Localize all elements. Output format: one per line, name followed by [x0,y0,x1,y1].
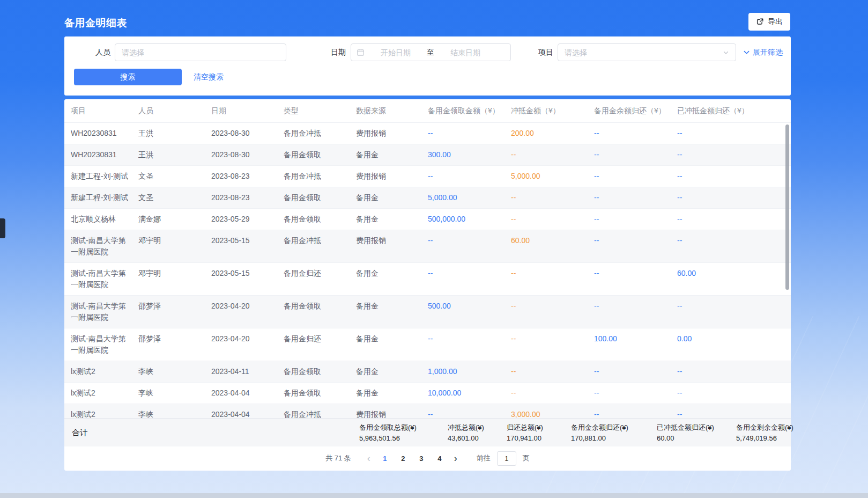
table-row[interactable]: WH20230831 王洪 2023-08-30 备用金冲抵 费用报销 -- 2… [64,123,791,144]
pagination: 共 71 条 ‹ 1234 › 前往 页 [64,446,791,470]
cell-project: lx测试2 [64,383,138,404]
start-date-input[interactable] [367,48,425,57]
column-header-received: 备用金领取金额（¥） [428,106,511,116]
table-row[interactable]: 测试-南昌大学第一附属医院 邵梦泽 2023-04-20 备用金领取 备用金 5… [64,296,791,328]
cell-date: 2023-08-30 [211,144,284,165]
page-number-button[interactable]: 1 [378,452,392,465]
cell-source: 备用金 [356,383,428,404]
cell-project: 测试-南昌大学第一附属医院 [64,296,138,328]
cell-source: 费用报销 [356,123,428,144]
column-header-offset: 冲抵金额（¥） [511,106,594,116]
cell-person: 邵梦泽 [138,328,211,361]
cell-source: 费用报销 [356,166,428,187]
cell-amount-received: -- [428,230,511,262]
cell-type: 备用金领取 [284,296,356,328]
expand-filter-link[interactable]: 展开筛选 [743,43,783,61]
project-select-input[interactable] [565,48,723,57]
cell-offset-returned: -- [677,296,791,328]
cell-person: 满金娜 [138,209,211,230]
cell-person: 王洪 [138,144,211,165]
cell-source: 备用金 [356,328,428,361]
cell-balance-returned: -- [594,209,677,230]
expand-filter-label: 展开筛选 [753,48,783,57]
cell-project: 测试-南昌大学第一附属医院 [64,263,138,295]
person-select[interactable] [115,43,286,61]
cell-date: 2023-04-20 [211,296,284,328]
cell-amount-received: 10,000.00 [428,383,511,404]
cell-offset-returned: 0.00 [677,328,791,361]
cell-person: 文圣 [138,166,211,187]
date-filter-label: 日期 [331,43,346,61]
chevron-down-icon [743,49,750,56]
project-select[interactable] [558,43,736,61]
export-button-label: 导出 [768,17,783,27]
cell-offset-returned: -- [677,383,791,404]
summary-item-value: 170,941.00 [507,434,571,442]
cell-type: 备用金冲抵 [284,166,356,187]
table-row[interactable]: 北京顺义杨林 满金娜 2023-05-29 备用金领取 备用金 500,000.… [64,209,791,230]
next-page-button[interactable]: › [451,453,461,463]
prev-page-button[interactable]: ‹ [364,453,374,463]
table-row[interactable]: 新建工程-刘-测试 文圣 2023-08-23 备用金领取 备用金 5,000.… [64,187,791,209]
cell-balance-returned: 100.00 [594,328,677,361]
page-number-button[interactable]: 3 [414,452,428,465]
cell-amount-received: 5,000.00 [428,187,511,208]
cell-project: lx测试2 [64,361,138,382]
cell-amount-offset: -- [511,296,594,328]
summary-item-value: 5,749,019.56 [736,434,793,442]
cell-date: 2023-05-15 [211,230,284,262]
cell-offset-returned: -- [677,230,791,262]
cell-date: 2023-04-04 [211,404,284,418]
cell-person: 王洪 [138,123,211,144]
summary-item-value: 60.00 [657,434,736,442]
cell-amount-offset: -- [511,383,594,404]
cell-amount-received: -- [428,328,511,361]
end-date-input[interactable] [436,48,494,57]
cell-source: 费用报销 [356,404,428,418]
table-row[interactable]: 测试-南昌大学第一附属医院 邵梦泽 2023-04-20 备用金归还 备用金 -… [64,328,791,361]
table-row[interactable]: lx测试2 李峡 2023-04-11 备用金领取 备用金 1,000.00 -… [64,361,791,383]
export-button[interactable]: 导出 [748,13,790,31]
cell-date: 2023-08-23 [211,166,284,187]
summary-item-label: 备用金余额归还(¥) [571,423,657,433]
calendar-icon [357,48,365,56]
summary-item: 归还总额(¥) 170,941.00 [507,423,571,442]
cell-offset-returned: -- [677,144,791,165]
summary-item: 已冲抵金额归还(¥) 60.00 [657,423,736,442]
cell-amount-offset: -- [511,263,594,295]
page-number-button[interactable]: 2 [396,452,410,465]
table-row[interactable]: 测试-南昌大学第一附属医院 邓宇明 2023-05-15 备用金冲抵 费用报销 … [64,230,791,263]
project-filter-label: 项目 [538,43,553,61]
table-scrollbar[interactable] [785,124,789,290]
bottom-scrollbar-track[interactable] [0,493,868,498]
table-row[interactable]: 新建工程-刘-测试 文圣 2023-08-23 备用金冲抵 费用报销 -- 5,… [64,166,791,187]
pagination-total-text: 共 71 条 [325,453,351,463]
goto-page-label: 前往 [477,453,491,463]
cell-amount-offset: 5,000.00 [511,166,594,187]
search-button[interactable]: 搜索 [74,69,182,85]
column-header-source: 数据来源 [356,106,428,116]
cell-amount-offset: -- [511,328,594,361]
cell-amount-offset: 60.00 [511,230,594,262]
summary-total-label: 合计 [64,428,359,438]
summary-item-value: 5,963,501.56 [359,434,448,442]
cell-person: 邓宇明 [138,230,211,262]
cell-type: 备用金领取 [284,209,356,230]
person-select-input[interactable] [122,48,279,57]
date-range-picker[interactable]: 至 [351,43,511,61]
clear-search-button[interactable]: 清空搜索 [194,69,224,85]
cell-balance-returned: -- [594,404,677,418]
cell-amount-offset: 200.00 [511,123,594,144]
page-number-button[interactable]: 4 [433,452,447,465]
table-row[interactable]: lx测试2 李峡 2023-04-04 备用金领取 备用金 10,000.00 … [64,383,791,404]
cell-project: WH20230831 [64,123,138,144]
table-row[interactable]: 测试-南昌大学第一附属医院 邓宇明 2023-05-15 备用金归还 备用金 -… [64,263,791,296]
goto-page-input[interactable] [497,451,516,466]
cell-amount-received: -- [428,123,511,144]
table-row[interactable]: lx测试2 李峡 2023-04-04 备用金冲抵 费用报销 -- 3,000.… [64,404,791,418]
side-drawer-handle[interactable] [0,218,5,238]
table-row[interactable]: WH20230831 王洪 2023-08-30 备用金领取 备用金 300.0… [64,144,791,166]
cell-offset-returned: 60.00 [677,263,791,295]
cell-offset-returned: -- [677,123,791,144]
cell-balance-returned: -- [594,383,677,404]
